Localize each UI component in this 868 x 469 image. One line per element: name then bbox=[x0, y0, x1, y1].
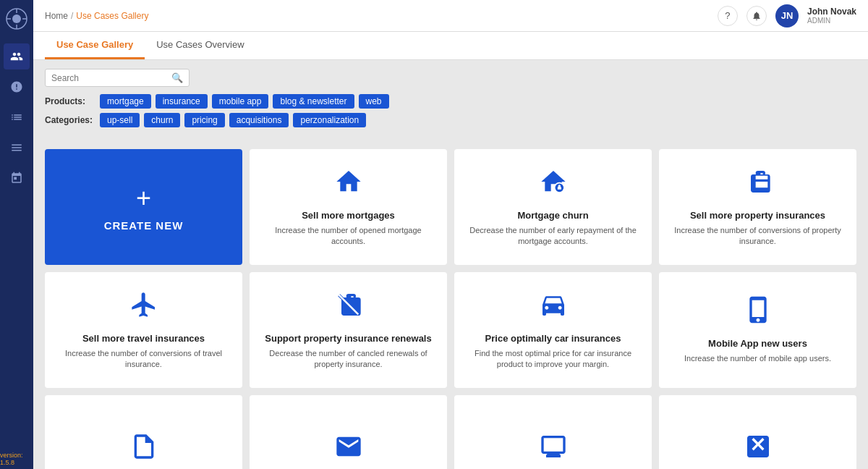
products-filter-row: Products: mortgage insurance mobile app … bbox=[45, 94, 856, 109]
svg-point-1 bbox=[12, 14, 21, 23]
card-desc: Increase the number of mobile app users. bbox=[684, 353, 831, 364]
document-icon bbox=[129, 432, 158, 468]
content-area: + CREATE NEW Sell more mortgages Increas… bbox=[33, 140, 868, 469]
card-desc: Increase the number of opened mortgage a… bbox=[261, 225, 435, 248]
main-wrapper: Home / Use Cases Gallery ? JN John Novak… bbox=[33, 0, 868, 469]
avatar[interactable]: JN bbox=[775, 4, 799, 28]
email-icon bbox=[334, 432, 363, 468]
card-desc: Decrease the number of early repayment o… bbox=[466, 225, 640, 248]
breadcrumb-separator: / bbox=[71, 11, 73, 21]
card-desc: Find the most optimal price for car insu… bbox=[466, 348, 640, 371]
sidebar-version: version: 1.5.8 bbox=[0, 452, 33, 466]
card-desc: Decrease the number of cancled renewals … bbox=[261, 348, 435, 371]
filter-mortgage[interactable]: mortgage bbox=[100, 94, 151, 109]
card-row3-1[interactable] bbox=[45, 395, 242, 469]
user-info: John Novak ADMIN bbox=[807, 7, 856, 25]
card-title: Price optimally car insurances bbox=[485, 333, 621, 344]
card-property-insurances[interactable]: Sell more property insurances Increase t… bbox=[659, 149, 856, 265]
topbar: Home / Use Cases Gallery ? JN John Novak… bbox=[33, 0, 868, 32]
car-icon bbox=[539, 290, 568, 326]
breadcrumb-home[interactable]: Home bbox=[45, 11, 68, 21]
card-row3-4[interactable] bbox=[659, 395, 856, 469]
card-title: Mobile App new users bbox=[708, 338, 807, 349]
sidebar-item-alerts[interactable] bbox=[4, 74, 30, 100]
topbar-actions: ? JN John Novak ADMIN bbox=[718, 4, 856, 28]
card-mobile-app[interactable]: Mobile App new users Increase the number… bbox=[659, 272, 856, 388]
card-travel-insurances[interactable]: Sell more travel insurances Increase the… bbox=[45, 272, 242, 388]
filter-churn[interactable]: churn bbox=[144, 113, 180, 127]
user-name: John Novak bbox=[807, 7, 856, 17]
card-desc: Increase the number of conversions of pr… bbox=[671, 225, 845, 248]
create-new-card[interactable]: + CREATE NEW bbox=[45, 149, 242, 265]
no-luggage-icon bbox=[334, 290, 363, 326]
card-title: Sell more property insurances bbox=[690, 210, 825, 221]
card-title: Mortgage churn bbox=[517, 210, 588, 221]
card-mortgage-churn[interactable]: Mortgage churn Decrease the number of ea… bbox=[454, 149, 652, 265]
sidebar-item-analytics[interactable] bbox=[4, 104, 30, 130]
avatar-initials: JN bbox=[781, 10, 793, 21]
card-title: Sell more travel insurances bbox=[82, 333, 205, 344]
card-row3-3[interactable] bbox=[454, 395, 652, 469]
categories-label: Categories: bbox=[45, 115, 95, 125]
search-input[interactable] bbox=[51, 73, 171, 83]
cards-grid: + CREATE NEW Sell more mortgages Increas… bbox=[45, 149, 856, 469]
user-role: ADMIN bbox=[807, 17, 830, 25]
airplane-icon bbox=[129, 290, 158, 326]
plus-icon: + bbox=[136, 183, 151, 214]
close-box-icon bbox=[744, 432, 773, 468]
filter-acquisitions[interactable]: acquisitions bbox=[229, 113, 289, 127]
card-desc: Increase the number of conversions of tr… bbox=[56, 348, 231, 371]
filter-insurance[interactable]: insurance bbox=[156, 94, 208, 109]
filterbar: 🔍 Products: mortgage insurance mobile ap… bbox=[33, 60, 868, 140]
card-sell-mortgages[interactable]: Sell more mortgages Increase the number … bbox=[250, 149, 447, 265]
sidebar-item-list[interactable] bbox=[4, 135, 30, 161]
house-lock-icon bbox=[539, 167, 568, 203]
breadcrumb: Home / Use Cases Gallery bbox=[45, 11, 718, 21]
categories-filter-row: Categories: up-sell churn pricing acquis… bbox=[45, 113, 856, 127]
products-label: Products: bbox=[45, 96, 95, 106]
filter-up-sell[interactable]: up-sell bbox=[100, 113, 140, 127]
monitor-icon bbox=[539, 432, 568, 468]
filter-mobile-app[interactable]: mobile app bbox=[212, 94, 269, 109]
sidebar-item-calendar[interactable] bbox=[4, 165, 30, 191]
notification-button[interactable] bbox=[746, 6, 767, 26]
filter-web[interactable]: web bbox=[359, 94, 389, 109]
create-new-label: CREATE NEW bbox=[104, 219, 184, 232]
sidebar: version: 1.5.8 bbox=[0, 0, 33, 469]
subnav: Use Case Gallery Use Cases Overview bbox=[33, 32, 868, 60]
filter-pricing[interactable]: pricing bbox=[184, 113, 224, 127]
card-row3-2[interactable] bbox=[250, 395, 447, 469]
breadcrumb-current: Use Cases Gallery bbox=[76, 11, 148, 21]
search-box[interactable]: 🔍 bbox=[45, 69, 190, 87]
tab-overview[interactable]: Use Cases Overview bbox=[145, 32, 255, 59]
card-property-renewals[interactable]: Support property insurance renewals Decr… bbox=[250, 272, 447, 388]
filter-perzonalization[interactable]: perzonalization bbox=[293, 113, 366, 127]
card-title: Support property insurance renewals bbox=[265, 333, 431, 344]
help-button[interactable]: ? bbox=[718, 6, 738, 26]
sidebar-item-users[interactable] bbox=[4, 43, 30, 69]
search-icon: 🔍 bbox=[171, 72, 183, 83]
filter-blog-newsletter[interactable]: blog & newsletter bbox=[273, 94, 354, 109]
sidebar-logo[interactable] bbox=[4, 6, 30, 32]
tab-gallery[interactable]: Use Case Gallery bbox=[45, 32, 145, 59]
mobile-icon bbox=[744, 295, 773, 331]
card-title: Sell more mortgages bbox=[302, 210, 395, 221]
card-car-insurances[interactable]: Price optimally car insurances Find the … bbox=[454, 272, 652, 388]
house-icon bbox=[334, 167, 363, 203]
luggage-icon bbox=[744, 167, 773, 203]
help-icon: ? bbox=[725, 10, 730, 21]
